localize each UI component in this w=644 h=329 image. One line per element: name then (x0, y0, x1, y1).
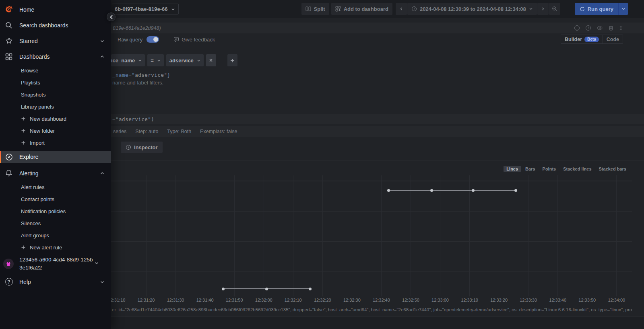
add-to-dashboard-label: Add to dashboard (344, 6, 388, 12)
sidebar-subitem-action[interactable]: New alert rule (0, 241, 111, 253)
remove-query-trash-icon[interactable] (608, 25, 614, 31)
graph-style-option[interactable]: Lines (504, 166, 521, 172)
sidebar-item-label: Help (19, 279, 31, 285)
sidebar-subitem[interactable]: Library panels (0, 101, 111, 113)
x-axis-label: 12:33:00 (426, 298, 455, 302)
sidebar-subitem-action[interactable]: New folder (0, 125, 111, 137)
time-range-forward-button[interactable] (537, 3, 549, 15)
run-query-label: Run query (588, 6, 613, 12)
raw-query-toggle[interactable] (147, 36, 159, 43)
graph-style-option[interactable]: Points (540, 166, 559, 172)
legend-label[interactable]: er_id="2e68ad1e74404cb6030e626a258e893ba… (112, 307, 632, 312)
sidebar-subitem[interactable]: Alert groups (0, 229, 111, 241)
drag-handle-icon[interactable] (619, 25, 623, 31)
builder-mode-button[interactable]: Builder Beta (561, 35, 603, 43)
sidebar-subitem[interactable]: Contact points (0, 193, 111, 205)
remove-filter-button[interactable] (206, 54, 216, 66)
sidebar-subitem-action[interactable]: Import (0, 137, 111, 149)
x-axis-label: 12:33:50 (573, 298, 602, 302)
chevron-down-icon (171, 7, 175, 11)
sidebar-item-label: Starred (19, 38, 38, 44)
sidebar-subitem[interactable]: Notification policies (0, 205, 111, 217)
query-options-summary[interactable]: seriesStep: autoType: BothExemplars: fal… (111, 126, 644, 137)
time-range-button[interactable]: 2024-04-08 12:30:39 to 2024-04-08 12:34:… (407, 3, 537, 15)
run-query-button[interactable]: Run query (575, 3, 618, 15)
code-mode-button[interactable]: Code (603, 35, 623, 43)
query-help-icon[interactable] (574, 25, 580, 31)
chevron-up-icon (100, 54, 105, 59)
star-icon (5, 37, 13, 45)
zoom-out-icon (552, 6, 557, 12)
query-row-title: 819e-6614a1e2d948) (113, 25, 161, 31)
sidebar-subitem-action[interactable]: New dashboard (0, 113, 111, 125)
graph-style-option[interactable]: Stacked bars (596, 166, 629, 172)
x-axis-label: 12:32:50 (396, 298, 425, 302)
label-value-value: adservice (169, 58, 194, 64)
sidebar-item-org[interactable]: 123456-a600-4cd4-88d9-125b3e1f6a22 (0, 253, 111, 274)
sidebar-subitem-label: Import (30, 140, 45, 146)
toolbar-actions: Split Add to dashboard 2024-04-08 12:30:… (301, 3, 628, 15)
graph-style-selector[interactable]: LinesBarsPointsStacked linesStacked bars (504, 165, 629, 173)
plus-icon (21, 245, 27, 250)
run-query-interval-button[interactable] (618, 3, 628, 15)
chevron-down-icon (100, 39, 105, 43)
add-filter-button[interactable] (227, 54, 237, 66)
label-name-select[interactable]: ice_name (111, 54, 145, 66)
sidebar-item-label: Dashboards (19, 53, 50, 60)
label-value-select[interactable]: adservice (166, 54, 204, 66)
sidebar-subitem[interactable]: Playlists (0, 76, 111, 88)
label-operator-value: = (151, 58, 154, 64)
time-range-label: 2024-04-08 12:30:39 to 2024-04-08 12:34:… (420, 6, 526, 12)
sidebar-subitem[interactable]: Silences (0, 217, 111, 229)
collapse-sidebar-button[interactable] (107, 12, 116, 21)
chevron-down-icon (621, 7, 625, 11)
x-axis-label: 12:32:40 (367, 298, 396, 302)
org-label: 123456-a600-4cd4-88d9-125b3e1f6a22 (19, 256, 94, 271)
explore-page: 6b-0f97-4bae-819e-66 Split Add to dashbo… (111, 0, 644, 329)
chevron-left-icon (400, 7, 403, 11)
builder-label: Builder (565, 37, 582, 42)
clock-icon (411, 6, 417, 12)
raw-query-label: Raw query (118, 37, 142, 43)
chevron-left-icon (109, 15, 113, 19)
graph-style-option[interactable]: Bars (522, 166, 538, 172)
add-to-dashboard-button[interactable]: Add to dashboard (331, 3, 392, 15)
inspector-button[interactable]: Inspector (121, 142, 163, 153)
beta-badge: Beta (584, 37, 599, 42)
sidebar-subitem[interactable]: Alert rules (0, 181, 111, 193)
chevron-right-icon (541, 7, 545, 11)
give-feedback-link[interactable]: Give feedback (173, 37, 215, 43)
sidebar-subitem[interactable]: Browse (0, 64, 111, 76)
query-row-header[interactable]: 819e-6614a1e2d948) (111, 23, 644, 33)
plus-icon (21, 128, 27, 133)
sidebar-item-search[interactable]: Search dashboards (0, 17, 111, 33)
split-icon (305, 6, 311, 12)
graph-style-option[interactable]: Stacked lines (560, 166, 594, 172)
refresh-icon (580, 6, 585, 12)
query-history-icon[interactable] (585, 25, 591, 31)
sidebar-item-help[interactable]: ? Help (0, 274, 111, 290)
x-axis-label: 12:31:30 (161, 298, 190, 302)
dashboards-submenu: BrowsePlaylistsSnapshotsLibrary panels (0, 64, 111, 113)
sidebar-item-dashboards[interactable]: Dashboards (0, 49, 111, 64)
give-feedback-label: Give feedback (182, 37, 215, 43)
datasource-picker[interactable]: 6b-0f97-4bae-819e-66 (112, 4, 179, 14)
chevron-down-icon (94, 261, 99, 267)
sidebar-item-explore[interactable]: Explore (0, 151, 111, 163)
sidebar-item-label: Explore (19, 154, 38, 160)
dashboards-grid-icon (5, 53, 13, 61)
sidebar-item-home[interactable]: Home (0, 2, 111, 17)
code-label: Code (607, 37, 619, 42)
sidebar-item-alerting[interactable]: Alerting (0, 165, 111, 181)
chevron-down-icon (138, 59, 142, 62)
sidebar-subitem[interactable]: Snapshots (0, 88, 111, 101)
split-button[interactable]: Split (301, 3, 329, 15)
search-icon (5, 21, 13, 29)
time-range-back-button[interactable] (396, 3, 407, 15)
sidebar-item-starred[interactable]: Starred (0, 33, 111, 49)
zoom-out-time-button[interactable] (549, 3, 560, 15)
chevron-down-icon (197, 59, 200, 62)
hide-query-eye-icon[interactable] (597, 25, 603, 31)
label-operator-select[interactable]: = (147, 54, 164, 66)
x-axis-label: 12:33:20 (485, 298, 514, 302)
